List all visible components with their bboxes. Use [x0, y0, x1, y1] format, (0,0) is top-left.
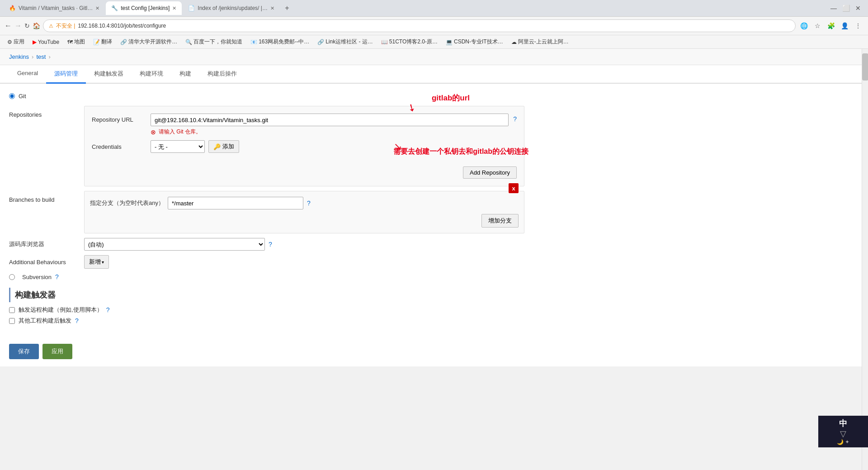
breadcrumb-test[interactable]: test: [36, 53, 46, 60]
add-credentials-button[interactable]: 🔑 添加: [208, 140, 239, 153]
bookmark-51cto[interactable]: 📖 51CTO博客2.0-原…: [377, 37, 441, 47]
youtube-icon: ▶: [33, 39, 37, 45]
remove-branch-button[interactable]: x: [509, 183, 519, 193]
close-icon[interactable]: ✕: [95, 5, 99, 11]
bookmark-link[interactable]: 🔗 Link运维社区 - 运…: [314, 37, 377, 47]
save-button[interactable]: 保存: [9, 344, 39, 359]
repo-url-help[interactable]: ?: [513, 114, 517, 123]
tab[interactable]: 🔥 Vitamin / Vitamin_tasks · Gitl… ✕: [4, 1, 105, 15]
bookmark-maps[interactable]: 🗺 地图: [64, 37, 89, 47]
address-field[interactable]: ⚠ 不安全 | 192.168.10.4:8010/job/test/confi…: [43, 19, 796, 32]
csdn-label: CSDN-专业IT技术…: [454, 38, 503, 46]
source-browser-help[interactable]: ?: [269, 241, 272, 248]
menu-icon[interactable]: ⋮: [853, 20, 863, 31]
repo-url-row: Repository URL ⊗ 请输入 Git 仓库。 ?: [92, 114, 517, 136]
browser-title-bar: 🔥 Vitamin / Vitamin_tasks · Gitl… ✕ 🔧 te…: [0, 0, 868, 16]
repo-url-label: Repository URL: [92, 114, 146, 123]
tab-source[interactable]: 源码管理: [46, 65, 86, 84]
scrollbar-track[interactable]: [862, 49, 868, 366]
tab-build[interactable]: 构建: [171, 65, 199, 84]
trigger-other-checkbox[interactable]: [9, 318, 15, 324]
link-icon: 🔗: [317, 39, 324, 45]
subversion-row: Subversion ?: [9, 273, 524, 280]
star-icon[interactable]: ☆: [812, 20, 823, 31]
add-branch-button[interactable]: 增加分支: [481, 214, 519, 228]
branch-specifier-label: 指定分支（为空时代表any）: [90, 199, 164, 207]
config-tabs: General 源码管理 构建触发器 构建环境 构建 构建后操作: [0, 65, 868, 84]
tab-trigger[interactable]: 构建触发器: [86, 65, 132, 84]
trigger-remote-help[interactable]: ?: [106, 306, 110, 313]
bookmark-tsinghua[interactable]: 🔗 清华大学开源软件…: [117, 37, 181, 47]
add-new-button[interactable]: 新增 ▾: [84, 255, 109, 269]
scrollbar-thumb[interactable]: [862, 53, 868, 81]
bookmark-baidu[interactable]: 🔍 百度一下，你就知道: [182, 37, 246, 47]
bookmark-163[interactable]: 📧 163网易免费邮--中…: [247, 37, 313, 47]
tab-active[interactable]: 🔧 test Config [Jenkins] ✕: [106, 1, 182, 15]
additional-behaviours-section: Additional Behaviours 新增 ▾: [9, 255, 524, 269]
youtube-label: YouTube: [38, 39, 59, 45]
baidu-label: 百度一下，你就知道: [193, 38, 242, 46]
add-repository-button[interactable]: Add Repository: [463, 166, 517, 179]
tab-favicon-active: 🔧: [111, 5, 118, 11]
branch-specifier-input[interactable]: [168, 197, 303, 209]
bookmark-translate[interactable]: 📝 翻译: [90, 37, 116, 47]
close-icon-3[interactable]: ✕: [270, 5, 274, 11]
bottom-buttons: 保存 应用: [0, 337, 868, 366]
translate-icon[interactable]: 🌐: [798, 20, 809, 31]
baidu-icon: 🔍: [185, 39, 192, 45]
breadcrumb-sep1: ›: [32, 53, 33, 60]
tab-title: Vitamin / Vitamin_tasks · Gitl…: [19, 5, 93, 11]
tab-general[interactable]: General: [9, 65, 46, 84]
repositories-label: Repositories: [9, 106, 77, 118]
branch-help[interactable]: ?: [307, 199, 311, 207]
trigger-remote-checkbox[interactable]: [9, 307, 15, 313]
dropdown-arrow-icon: ▾: [102, 260, 104, 265]
apply-button[interactable]: 应用: [42, 344, 72, 359]
branches-content: x 指定分支（为空时代表any） ? 增加分支: [84, 191, 524, 233]
bookmark-apps[interactable]: ⚙ 应用: [4, 37, 28, 47]
extension-icon[interactable]: 🧩: [826, 20, 836, 31]
back-button[interactable]: ←: [5, 22, 12, 30]
reload-button[interactable]: ↻: [24, 22, 30, 29]
email-label: 163网易免费邮--中…: [259, 38, 309, 46]
trigger-other-help[interactable]: ?: [75, 317, 79, 324]
git-radio[interactable]: [9, 93, 15, 99]
translate-label: 翻译: [101, 38, 112, 46]
subversion-help[interactable]: ?: [55, 273, 59, 280]
bookmark-aliyun[interactable]: ☁ 阿里云-上云就上阿…: [508, 37, 572, 47]
page-content: Jenkins › test › General 源码管理 构建触发器 构建环境…: [0, 49, 868, 366]
breadcrumb: Jenkins › test ›: [0, 49, 868, 65]
credentials-select[interactable]: - 无 -: [151, 140, 205, 153]
home-button[interactable]: 🏠: [33, 22, 40, 29]
avatar-icon[interactable]: 👤: [839, 20, 850, 31]
add-credentials-label: 添加: [222, 142, 234, 151]
lock-icon: ⚠: [49, 23, 53, 29]
repo-url-input[interactable]: [151, 114, 509, 126]
tab-post[interactable]: 构建后操作: [199, 65, 245, 84]
minimize-button[interactable]: —: [830, 5, 837, 12]
close-window-button[interactable]: ✕: [855, 5, 861, 12]
repositories-section: Repositories gitlab的url ➘ Repository URL…: [9, 106, 524, 186]
maps-icon: 🗺: [67, 39, 73, 45]
additional-behaviours-controls: 新增 ▾: [84, 255, 109, 269]
cloud-label: 阿里云-上云就上阿…: [518, 38, 569, 46]
bookmark-youtube[interactable]: ▶ YouTube: [29, 38, 63, 46]
tab-3[interactable]: 📄 Index of /jenkins/updates/ |… ✕: [183, 1, 280, 15]
bookmarks-bar: ⚙ 应用 ▶ YouTube 🗺 地图 📝 翻译 🔗 清华大学开源软件… 🔍 百…: [0, 35, 868, 49]
close-icon-active[interactable]: ✕: [172, 5, 176, 11]
maximize-button[interactable]: ⬜: [842, 5, 850, 12]
breadcrumb-jenkins[interactable]: Jenkins: [9, 53, 29, 60]
address-text: 192.168.10.4:8010/job/test/configure: [78, 23, 166, 29]
error-message: ⊗ 请输入 Git 仓库。: [151, 128, 509, 136]
tsinghua-icon: 🔗: [120, 39, 127, 45]
annotation-url-text: gitlab的url: [432, 93, 470, 103]
forward-button[interactable]: →: [14, 22, 22, 30]
source-browser-select[interactable]: (自动): [84, 238, 265, 251]
branches-label: Branches to build: [9, 191, 77, 203]
tab-env[interactable]: 构建环境: [132, 65, 171, 84]
new-tab-button[interactable]: +: [281, 2, 293, 14]
tab-title-3: Index of /jenkins/updates/ |…: [198, 5, 268, 11]
add-new-label: 新增: [89, 258, 101, 266]
subversion-radio[interactable]: [9, 274, 15, 280]
bookmark-csdn[interactable]: 💻 CSDN-专业IT技术…: [442, 37, 507, 47]
